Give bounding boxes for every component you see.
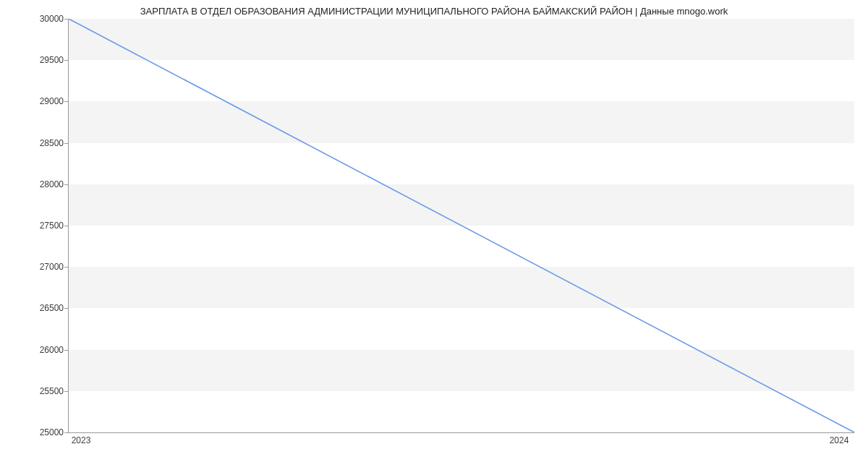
chart-container: ЗАРПЛАТА В ОТДЕЛ ОБРАЗОВАНИЯ АДМИНИСТРАЦ… xyxy=(0,0,868,470)
y-axis-label: 25000 xyxy=(40,427,64,437)
x-axis-label: 2024 xyxy=(830,435,849,445)
y-axis-label: 27000 xyxy=(40,262,64,272)
y-axis-label: 25500 xyxy=(40,386,64,396)
y-tick xyxy=(64,432,69,433)
y-axis-label: 28000 xyxy=(40,179,64,189)
y-axis-label: 30000 xyxy=(40,14,64,24)
x-axis-label: 2023 xyxy=(72,435,91,445)
chart-title: ЗАРПЛАТА В ОТДЕЛ ОБРАЗОВАНИЯ АДМИНИСТРАЦ… xyxy=(0,6,868,17)
y-axis-label: 26000 xyxy=(40,345,64,355)
plot-area xyxy=(68,19,854,433)
y-axis-label: 28500 xyxy=(40,138,64,148)
y-axis-label: 26500 xyxy=(40,303,64,313)
y-axis-label: 29000 xyxy=(40,96,64,106)
data-line xyxy=(69,19,854,432)
y-axis-label: 29500 xyxy=(40,55,64,65)
svg-line-0 xyxy=(69,19,854,432)
y-axis-label: 27500 xyxy=(40,221,64,231)
